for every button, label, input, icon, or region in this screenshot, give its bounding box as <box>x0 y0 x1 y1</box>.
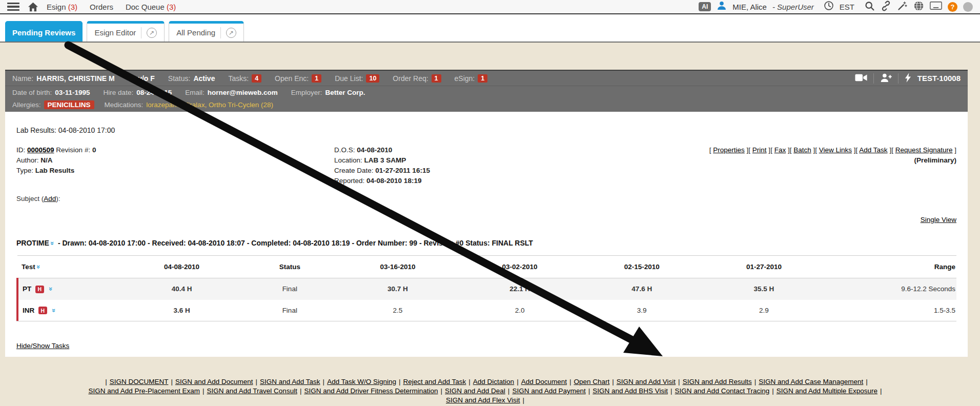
count-badge[interactable]: 1 <box>478 74 487 83</box>
footer-link-add-document[interactable]: Add Document <box>521 378 567 385</box>
separator: | <box>754 378 757 385</box>
patient-chart-id[interactable]: TEST-10008 <box>917 74 961 83</box>
bracket: ] <box>852 146 856 154</box>
ai-badge[interactable]: AI <box>699 2 711 11</box>
link-icon[interactable] <box>881 1 891 13</box>
hamburger-menu-icon[interactable] <box>7 3 19 11</box>
chevron-down-icon[interactable]: » <box>50 308 58 312</box>
footer-link-add-dictation[interactable]: Add Dictation <box>473 378 514 385</box>
action-link-request-signature[interactable]: Request Signature <box>895 146 953 154</box>
count-badge[interactable]: 1 <box>432 74 441 83</box>
nav-item-orders[interactable]: Orders <box>90 3 113 11</box>
test-name[interactable]: PT <box>23 285 31 293</box>
tab-pending-reviews[interactable]: Pending Reviews <box>5 21 83 42</box>
bracket: [ <box>748 146 752 154</box>
col-test[interactable]: Test <box>22 263 35 271</box>
footer-link-reject-and-add-task[interactable]: Reject and Add Task <box>403 378 466 385</box>
result-value: 35.5 H <box>703 278 825 300</box>
result-status: Final <box>243 300 337 321</box>
nav-item-esign[interactable]: Esign (3) <box>47 3 77 11</box>
count-badge[interactable]: 1 <box>312 74 321 83</box>
external-link-icon[interactable]: ↗ <box>226 28 236 38</box>
nav-item-doc-queue[interactable]: Doc Queue (3) <box>126 3 176 11</box>
result-value: 2.5 <box>337 300 459 321</box>
separator: | <box>399 378 401 385</box>
tab-label: Esign Editor <box>94 28 136 37</box>
table-bottom-border <box>16 321 956 321</box>
footer-link-sign-document[interactable]: SIGN DOCUMENT <box>110 378 169 385</box>
footer-link-sign-and-add-travel-consult[interactable]: SIGN and Add Travel Consult <box>207 387 297 395</box>
globe-icon[interactable] <box>913 1 924 13</box>
document-id-link[interactable]: 0000509 <box>27 146 54 154</box>
chevron-down-icon[interactable]: » <box>48 287 55 291</box>
badge-esign[interactable]: eSign: 1 <box>455 74 488 83</box>
action-link-print[interactable]: Print <box>752 146 767 154</box>
badge-tasks[interactable]: Tasks: 4 <box>228 74 261 83</box>
keyboard-icon[interactable] <box>930 1 942 12</box>
footer-link-sign-and-add-deal[interactable]: SIGN and Add Deal <box>445 387 505 395</box>
search-icon[interactable] <box>864 1 875 13</box>
lightning-bolt-icon[interactable] <box>905 73 911 84</box>
add-person-icon[interactable] <box>880 73 892 84</box>
footer-link-sign-and-add-driver-fitness-determination[interactable]: SIGN and Add Driver Fitness Determinatio… <box>304 387 438 395</box>
action-link-properties[interactable]: Properties <box>713 146 745 154</box>
separator: | <box>772 387 774 395</box>
footer-link-sign-and-add-visit[interactable]: SIGN and Add Visit <box>617 378 676 385</box>
footer-link-sign-and-add-pre-placement-exam[interactable]: SIGN and Add Pre-Placement Exam <box>88 387 200 395</box>
help-icon[interactable]: ? <box>948 2 957 12</box>
count-badge[interactable]: 4 <box>252 74 261 83</box>
hide-show-tasks-link[interactable]: Hide/Show Tasks <box>16 342 69 350</box>
footer-link-sign-and-add-payment[interactable]: SIGN and Add Payment <box>512 387 585 395</box>
medications-list[interactable]: lorazepam, Miralax, Ortho Tri-Cyclen (28… <box>146 101 273 109</box>
chevron-down-icon[interactable]: » <box>49 241 56 245</box>
result-value: 2.9 <box>703 300 825 321</box>
tab-label: All Pending <box>176 28 215 37</box>
subject-add-link[interactable]: Add <box>44 195 56 202</box>
count-badge[interactable]: 10 <box>366 74 379 83</box>
allergy-badge[interactable]: PENICILLINS <box>44 100 94 109</box>
patient-medications[interactable]: Medications: lorazepam, Miralax, Ortho T… <box>105 101 273 109</box>
result-value: 2.0 <box>459 300 581 321</box>
video-camera-icon[interactable] <box>855 73 867 84</box>
footer-link-sign-and-add-contact-tracing[interactable]: SIGN and Add Contact Tracing <box>675 387 770 395</box>
nav-item-label: Orders <box>90 3 113 11</box>
timezone-label: EST <box>840 3 854 11</box>
tab-esign-editor[interactable]: Esign Editor ↗ <box>87 21 165 42</box>
col-date-4: 02-15-2010 <box>581 256 703 278</box>
action-link-batch[interactable]: Batch <box>793 146 811 154</box>
footer-link-sign-and-add-bhs-visit[interactable]: SIGN and Add BHS Visit <box>593 387 668 395</box>
tab-all-pending[interactable]: All Pending ↗ <box>169 21 244 42</box>
tab-bar: Pending Reviews Esign Editor ↗ All Pendi… <box>0 14 980 43</box>
footer-link-sign-and-add-case-management[interactable]: SIGN and Add Case Management <box>759 378 863 385</box>
badge-due-list[interactable]: Due List: 10 <box>335 74 379 83</box>
footer-link-open-chart[interactable]: Open Chart <box>574 378 609 385</box>
user-avatar-icon[interactable] <box>717 1 727 13</box>
footer-link-add-task-w-o-signing[interactable]: Add Task W/O Signing <box>327 378 396 385</box>
single-view-link[interactable]: Single View <box>921 216 956 224</box>
tab-separator <box>141 27 141 38</box>
action-link-add-task[interactable]: Add Task <box>859 146 887 154</box>
badge-order-req[interactable]: Order Req: 1 <box>393 74 441 83</box>
test-name[interactable]: INR <box>23 307 34 314</box>
divider <box>898 73 899 84</box>
footer-link-sign-and-add-results[interactable]: SIGN and Add Results <box>683 378 752 385</box>
action-link-view-links[interactable]: View Links <box>819 146 852 154</box>
patient-allergies[interactable]: Allergies: PENICILLINS <box>12 100 94 109</box>
section-title[interactable]: PROTIME <box>16 239 49 247</box>
wand-icon[interactable] <box>897 1 908 13</box>
reported-value: 04-08-2010 18:19 <box>366 177 421 185</box>
footer-link-sign-and-add-document[interactable]: SIGN and Add Document <box>175 378 253 385</box>
action-link-fax[interactable]: Fax <box>774 146 786 154</box>
separator: | <box>105 378 107 385</box>
bracket: [ <box>770 146 774 154</box>
footer-link-sign-and-add-flex-visit[interactable]: SIGN and Add Flex Visit <box>446 396 520 404</box>
footer-link-sign-and-add-task[interactable]: SIGN and Add Task <box>260 378 320 385</box>
separator: | <box>441 387 443 395</box>
clock-icon[interactable] <box>824 1 834 13</box>
chevron-down-icon[interactable]: » <box>35 265 43 269</box>
badge-open-enc[interactable]: Open Enc: 1 <box>275 74 321 83</box>
footer-link-sign-and-add-multiple-exposure[interactable]: SIGN and Add Multiple Exposure <box>777 387 877 395</box>
external-link-icon[interactable]: ↗ <box>147 28 157 38</box>
home-icon[interactable] <box>28 2 38 12</box>
user-role: - SuperUser <box>772 3 814 11</box>
